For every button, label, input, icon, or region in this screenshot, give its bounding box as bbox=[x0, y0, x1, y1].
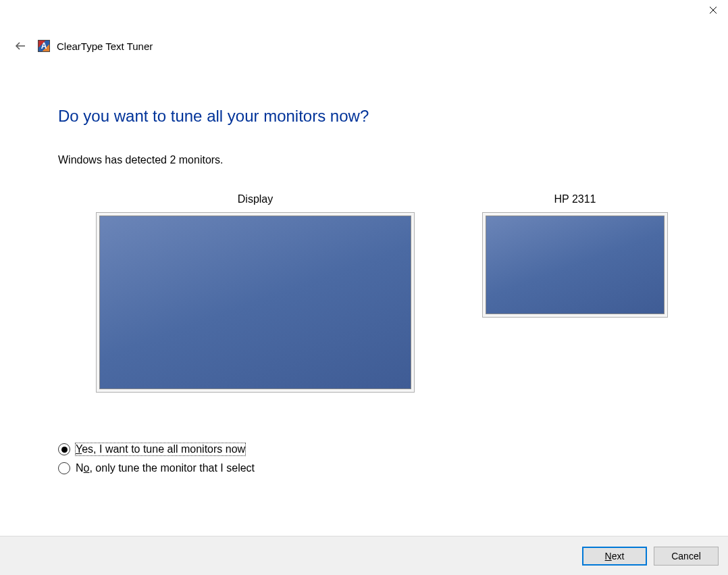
monitor-2[interactable]: HP 2311 bbox=[482, 193, 668, 318]
monitor-2-screen bbox=[486, 216, 665, 314]
window-title: ClearType Text Tuner bbox=[57, 41, 153, 52]
monitor-2-frame bbox=[482, 212, 668, 318]
monitor-2-label: HP 2311 bbox=[482, 193, 668, 205]
radio-tune-all[interactable]: Yes, I want to tune all monitors now bbox=[58, 443, 673, 455]
monitor-1-frame bbox=[96, 212, 415, 393]
back-button[interactable] bbox=[12, 38, 28, 54]
close-button[interactable] bbox=[698, 0, 728, 20]
radio-tune-selected[interactable]: No, only tune the monitor that I select bbox=[58, 462, 673, 474]
radio-tune-all-label: Yes, I want to tune all monitors now bbox=[76, 443, 245, 455]
page-heading: Do you want to tune all your monitors no… bbox=[58, 107, 673, 126]
radio-tune-selected-label: No, only tune the monitor that I select bbox=[76, 462, 255, 474]
detected-monitors-text: Windows has detected 2 monitors. bbox=[58, 154, 673, 166]
next-button[interactable]: Next bbox=[582, 547, 647, 566]
monitor-1-label: Display bbox=[96, 193, 415, 205]
back-arrow-icon bbox=[14, 40, 26, 52]
next-button-label: Next bbox=[605, 551, 625, 561]
radio-tune-selected-indicator bbox=[58, 462, 70, 474]
cancel-button[interactable]: Cancel bbox=[654, 547, 719, 566]
cleartype-icon: A bbox=[38, 40, 50, 52]
cancel-button-label: Cancel bbox=[671, 551, 701, 561]
close-icon bbox=[709, 6, 717, 14]
monitor-1[interactable]: Display bbox=[96, 193, 415, 393]
radio-tune-all-indicator bbox=[58, 443, 70, 455]
wizard-footer: Next Cancel bbox=[0, 536, 728, 575]
monitor-1-screen bbox=[99, 216, 411, 389]
